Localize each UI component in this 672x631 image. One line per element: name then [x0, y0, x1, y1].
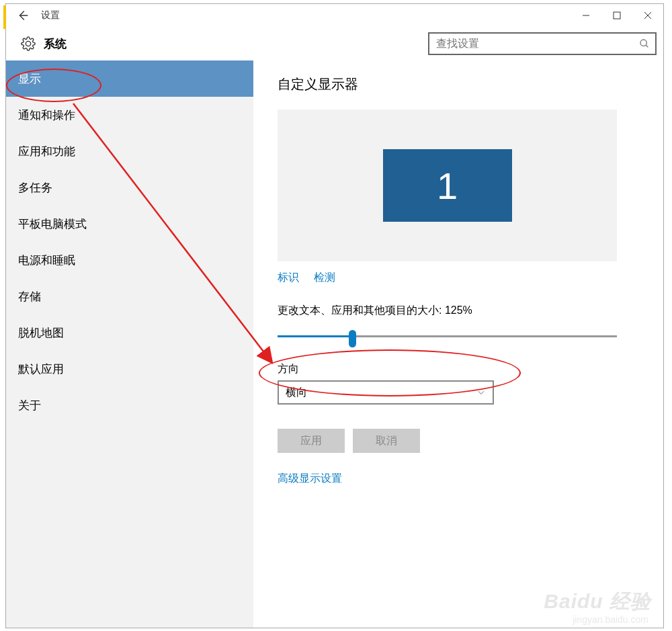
svg-point-1 [640, 40, 646, 46]
arrow-left-icon [15, 8, 30, 23]
sidebar-item-power[interactable]: 电源和睡眠 [6, 242, 253, 278]
apply-button[interactable]: 应用 [278, 429, 345, 453]
page-title: 系统 [44, 36, 67, 52]
window-title: 设置 [41, 9, 60, 22]
svg-rect-0 [614, 12, 620, 19]
sidebar-item-maps[interactable]: 脱机地图 [6, 314, 253, 351]
title-bar: 设置 [6, 4, 663, 27]
gear-icon [21, 36, 36, 51]
maximize-button[interactable] [601, 5, 632, 26]
search-input[interactable] [436, 38, 639, 50]
close-button[interactable] [632, 5, 663, 26]
detect-link[interactable]: 检测 [314, 271, 335, 283]
orientation-value: 横向 [286, 386, 476, 400]
slider-thumb[interactable] [349, 330, 356, 347]
minimize-icon [582, 11, 590, 19]
minimize-button[interactable] [571, 5, 601, 26]
sidebar-item-notifications[interactable]: 通知和操作 [6, 97, 253, 133]
header: 系统 [6, 27, 663, 60]
maximize-icon [613, 11, 621, 19]
orientation-select[interactable]: 横向 [278, 380, 494, 405]
watermark: Baidu 经验 [544, 588, 651, 616]
main-content: 自定义显示器 1 标识 检测 更改文本、应用和其他项目的大小: 125% 方向 … [253, 60, 663, 628]
orientation-label: 方向 [278, 362, 639, 376]
main-title: 自定义显示器 [278, 75, 639, 93]
slider-fill [278, 335, 353, 337]
close-icon [644, 11, 652, 19]
sidebar-item-tablet[interactable]: 平板电脑模式 [6, 206, 253, 242]
back-button[interactable] [13, 5, 33, 26]
advanced-settings-link[interactable]: 高级显示设置 [278, 472, 342, 484]
watermark-url: jingyan.baidu.com [573, 614, 648, 625]
identify-link[interactable]: 标识 [278, 271, 299, 283]
cancel-button[interactable]: 取消 [353, 429, 420, 453]
sidebar: 显示 通知和操作 应用和功能 多任务 平板电脑模式 电源和睡眠 存储 脱机地图 … [6, 60, 253, 628]
chevron-down-icon [476, 388, 486, 397]
sidebar-item-defaultapps[interactable]: 默认应用 [6, 351, 253, 387]
search-box[interactable] [428, 32, 657, 55]
scale-label: 更改文本、应用和其他项目的大小: 125% [278, 304, 639, 318]
sidebar-item-about[interactable]: 关于 [6, 387, 253, 423]
sidebar-item-storage[interactable]: 存储 [6, 278, 253, 314]
sidebar-item-multitask[interactable]: 多任务 [6, 169, 253, 206]
search-icon [639, 38, 650, 49]
sidebar-item-apps[interactable]: 应用和功能 [6, 133, 253, 169]
monitor-preview[interactable]: 1 [278, 110, 617, 261]
scale-slider[interactable] [278, 329, 617, 345]
sidebar-item-display[interactable]: 显示 [6, 60, 253, 97]
monitor-tile[interactable]: 1 [383, 149, 512, 222]
